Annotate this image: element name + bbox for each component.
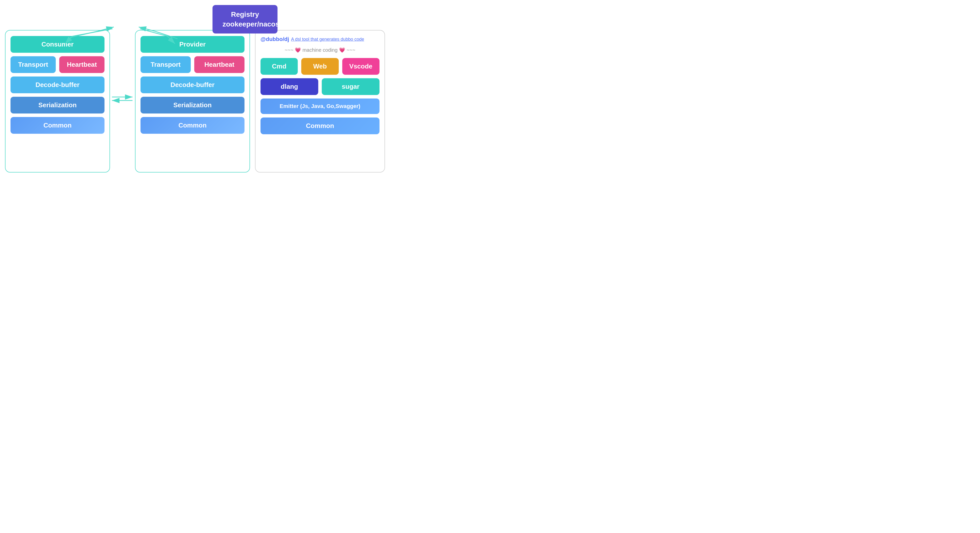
consumer-title: Consumer <box>11 36 105 53</box>
dubbo-web: Web <box>301 58 339 75</box>
consumer-common: Common <box>11 117 105 134</box>
dubbo-emitter: Emitter (Js, Java, Go,Swagger) <box>261 99 380 114</box>
consumer-transport: Transport <box>11 56 56 73</box>
consumer-panel: Consumer Transport Heartbeat Decode-buff… <box>5 30 110 172</box>
dubbo-sugar: sugar <box>322 78 380 95</box>
provider-common: Common <box>140 117 245 134</box>
registry-line2: zookeeper/nacos <box>223 19 267 29</box>
provider-decode-buffer: Decode-buffer <box>140 76 245 93</box>
dubbo-tagline: ~~~ 💗 machine coding 💗 ~~~ <box>261 47 380 53</box>
dubbo-tools-row: Cmd Web Vscode <box>261 58 380 75</box>
dubbo-vscode: Vscode <box>342 58 380 75</box>
diagram-container: Registry zookeeper/nacos <box>0 0 490 266</box>
provider-title: Provider <box>140 36 245 53</box>
provider-row-pair: Transport Heartbeat <box>140 56 245 73</box>
consumer-heartbeat: Heartbeat <box>59 56 105 73</box>
dubbo-header: @dubbo/dj A dsl tool that generates dubb… <box>261 36 380 43</box>
registry-box: Registry zookeeper/nacos <box>213 5 277 33</box>
consumer-serialization: Serialization <box>11 97 105 113</box>
dubbo-panel: @dubbo/dj A dsl tool that generates dubb… <box>255 30 385 172</box>
provider-heartbeat: Heartbeat <box>194 56 245 73</box>
dubbo-dlang: dlang <box>261 78 318 95</box>
dubbo-subtitle: A dsl tool that generates dubbo code <box>291 37 364 42</box>
consumer-decode-buffer: Decode-buffer <box>11 76 105 93</box>
dubbo-cmd: Cmd <box>261 58 298 75</box>
dubbo-lang-row: dlang sugar <box>261 78 380 95</box>
registry-line1: Registry <box>223 10 267 19</box>
provider-panel: Provider Transport Heartbeat Decode-buff… <box>135 30 250 172</box>
dubbo-common: Common <box>261 118 380 134</box>
dubbo-brand: @dubbo/dj <box>261 36 289 43</box>
consumer-row-pair: Transport Heartbeat <box>11 56 105 73</box>
provider-transport: Transport <box>140 56 191 73</box>
provider-serialization: Serialization <box>140 97 245 113</box>
